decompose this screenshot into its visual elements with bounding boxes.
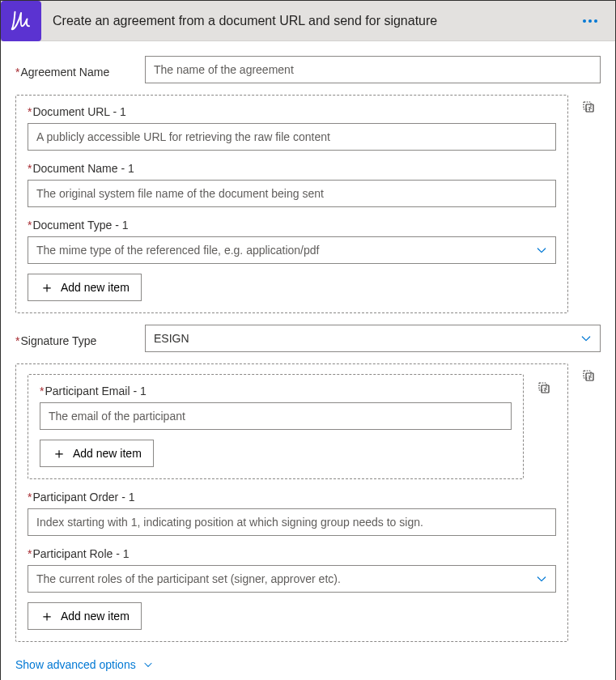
card-body: *Agreement Name T *Document URL - 1 (1, 41, 615, 680)
more-options-button[interactable] (578, 16, 602, 26)
array-toggle-icon[interactable]: T (581, 100, 596, 114)
add-participant-item-button[interactable]: ＋ Add new item (28, 602, 142, 630)
participant-order-input[interactable] (28, 508, 556, 536)
action-card: Create an agreement from a document URL … (0, 0, 616, 680)
svg-text:T: T (588, 106, 591, 112)
document-type-select[interactable]: The mime type of the referenced file, e.… (28, 236, 556, 264)
adobe-sign-icon (1, 1, 41, 41)
array-toggle-icon[interactable]: T (581, 368, 596, 383)
plus-icon: ＋ (40, 609, 54, 623)
document-name-label: *Document Name - 1 (28, 162, 556, 175)
participant-role-select[interactable]: The current roles of the participant set… (28, 565, 556, 593)
add-participant-email-button[interactable]: ＋ Add new item (40, 440, 154, 467)
signature-type-label: *Signature Type (15, 329, 145, 347)
document-type-label: *Document Type - 1 (28, 219, 556, 232)
chevron-down-icon (142, 659, 154, 670)
participant-order-label: *Participant Order - 1 (28, 491, 556, 504)
document-name-input[interactable] (28, 180, 556, 207)
plus-icon: ＋ (40, 280, 54, 295)
svg-text:T: T (543, 387, 546, 393)
card-title: Create an agreement from a document URL … (53, 14, 578, 28)
participant-role-label: *Participant Role - 1 (28, 547, 556, 560)
required-asterisk: * (15, 66, 19, 79)
signature-type-row: *Signature Type ESIGN (15, 325, 601, 352)
agreement-name-input[interactable] (145, 56, 601, 83)
document-items-group: *Document URL - 1 *Document Name - 1 *Do… (15, 95, 568, 313)
participant-email-group: *Participant Email - 1 ＋ Add new item (28, 374, 524, 479)
add-document-item-button[interactable]: ＋ Add new item (28, 274, 142, 301)
signature-type-select[interactable]: ESIGN (145, 325, 601, 352)
plus-icon: ＋ (52, 446, 66, 461)
array-toggle-icon[interactable]: T (537, 380, 551, 395)
svg-text:T: T (588, 375, 591, 380)
document-url-input[interactable] (28, 123, 556, 151)
card-header: Create an agreement from a document URL … (1, 1, 615, 41)
participant-items-group: T *Participant Email - 1 ＋ Add new it (15, 363, 568, 642)
document-url-label: *Document URL - 1 (28, 105, 556, 118)
agreement-name-label: *Agreement Name (15, 61, 145, 79)
agreement-name-row: *Agreement Name (15, 56, 601, 83)
participant-email-input[interactable] (40, 402, 512, 430)
show-advanced-options-link[interactable]: Show advanced options (15, 658, 154, 671)
participant-email-label: *Participant Email - 1 (40, 385, 512, 397)
